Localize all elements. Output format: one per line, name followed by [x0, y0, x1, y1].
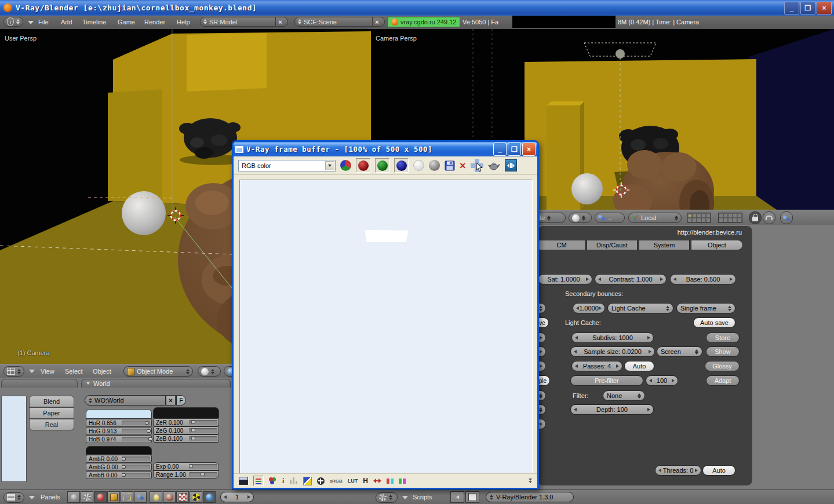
tab-cm[interactable]: CM	[538, 240, 585, 250]
alpha-channel-button[interactable]	[413, 160, 424, 171]
render-preview-button[interactable]	[780, 211, 793, 224]
snap-button[interactable]	[763, 211, 775, 224]
filter-dropdown[interactable]: None	[603, 390, 645, 401]
red-channel-button[interactable]	[356, 158, 370, 173]
threads-field[interactable]: Threads: 0	[655, 465, 701, 476]
header-menu-arrow-icon[interactable]	[28, 21, 34, 24]
auto-save-button[interactable]: Auto save	[693, 317, 735, 328]
increment-arrow[interactable]	[660, 277, 663, 281]
world-panel-header[interactable]: World	[81, 379, 231, 388]
radiosity-subcontext-button[interactable]	[190, 491, 202, 503]
scene-selector[interactable]: SCE:Scene ×	[294, 17, 385, 27]
passes-field[interactable]: Passes: 4	[571, 361, 622, 371]
passes-auto-button[interactable]: Auto	[624, 361, 654, 371]
expand-toolbar-button[interactable]	[529, 479, 532, 483]
channel-select-combo[interactable]: RGB color	[238, 160, 336, 171]
color-channels-button[interactable]	[269, 477, 273, 481]
combo-arrow-button[interactable]	[325, 161, 334, 170]
scale-dropdown[interactable]: Screen	[657, 346, 702, 357]
track-mouse-button[interactable]	[471, 159, 483, 172]
stereo-green-magenta-button[interactable]	[399, 479, 406, 484]
mode-dropdown-partial[interactable]: de	[534, 213, 566, 223]
duplicate-to-host-button[interactable]	[505, 159, 517, 171]
color-settings-button[interactable]	[317, 477, 325, 485]
compare-button[interactable]	[373, 479, 381, 483]
depth-field[interactable]: Depth: 100	[570, 404, 654, 415]
contrast-field[interactable]: Contrast: 1.000	[595, 274, 667, 284]
exp-slider[interactable]: Exp 0.00	[153, 462, 219, 470]
layers-grid-1[interactable]	[687, 213, 711, 223]
horizon-color-swatch[interactable]	[86, 409, 152, 419]
pixel-info-button[interactable]	[253, 476, 264, 486]
header-menu-arrow-icon[interactable]	[402, 496, 408, 499]
preview-panel-header[interactable]	[1, 379, 78, 388]
close-button[interactable]: ×	[817, 2, 832, 14]
screenshot-button[interactable]	[450, 491, 464, 503]
subdivs-field[interactable]: Subdivs: 1000	[571, 333, 654, 343]
draw-mode-button[interactable]	[569, 213, 592, 223]
mono-channel-button[interactable]	[429, 160, 440, 171]
tab-system[interactable]: System	[639, 240, 690, 250]
vfb-maximize-button[interactable]: ❐	[508, 143, 521, 156]
layers-grid-2[interactable]	[718, 213, 742, 223]
increment-arrow[interactable]	[730, 277, 733, 281]
srgb-button[interactable]: sRGB	[330, 479, 343, 484]
header-menu-arrow-icon[interactable]	[29, 370, 35, 373]
clear-image-button[interactable]: ×	[460, 160, 466, 171]
store-button[interactable]: Store	[706, 333, 740, 343]
render-last-button[interactable]	[488, 161, 500, 170]
scripts-editor-type-button[interactable]	[376, 492, 398, 503]
mode-dropdown[interactable]: Object Mode	[123, 366, 193, 377]
scene-delete-icon[interactable]: ×	[372, 17, 381, 26]
menu-view[interactable]: View	[41, 364, 54, 378]
zenith-color-swatch[interactable]	[153, 407, 219, 418]
prefilter-samples-field[interactable]: 100	[646, 375, 678, 386]
gi-frame-dropdown[interactable]: Single frame	[676, 303, 735, 313]
curves-button[interactable]	[303, 477, 312, 485]
increment-arrow[interactable]	[672, 379, 675, 382]
lut-button[interactable]: LUT	[348, 478, 358, 484]
info-button[interactable]: i	[282, 476, 285, 485]
show-button[interactable]: Show	[706, 346, 740, 357]
vray-frame-buffer-window[interactable]: V-Ray frame buffer - [100% of 500 x 500]…	[232, 140, 539, 490]
increment-arrow[interactable]	[695, 469, 698, 472]
editor-type-button[interactable]	[3, 492, 24, 503]
scene-context-button[interactable]	[134, 491, 147, 503]
sample-size-field[interactable]: Sample size: 0.0200	[570, 346, 655, 357]
blue-channel-button[interactable]	[394, 158, 409, 173]
rgb-channels-button[interactable]	[340, 160, 351, 171]
tab-object[interactable]: Object	[691, 240, 743, 250]
hog-slider[interactable]: HoG 0.913	[86, 427, 152, 435]
save-image-button[interactable]	[445, 160, 455, 171]
world-datablock-selector[interactable]: WO:World	[85, 395, 166, 406]
panel-collapse-icon[interactable]	[86, 382, 90, 385]
menu-file[interactable]: File	[38, 16, 49, 29]
menu-select[interactable]: Select	[65, 364, 83, 378]
minimize-button[interactable]: _	[784, 2, 799, 14]
object-context-button[interactable]	[107, 491, 120, 503]
stereo-red-cyan-button[interactable]	[387, 479, 394, 484]
material-subcontext-button[interactable]	[163, 491, 176, 503]
levels-button[interactable]	[290, 477, 298, 484]
zer-slider[interactable]: ZeR 0.100	[153, 418, 219, 426]
adapt-button[interactable]: Adapt	[706, 375, 740, 386]
logic-context-button[interactable]	[67, 491, 80, 503]
window-type-button[interactable]: i	[3, 17, 23, 27]
ambr-slider[interactable]: AmbR 0.00	[86, 455, 152, 463]
screen-selector[interactable]: SR:Model ×	[200, 17, 288, 27]
menu-render[interactable]: Render	[144, 16, 165, 29]
histogram-button[interactable]: H	[363, 477, 368, 485]
hob-slider[interactable]: HoB 0.974	[86, 435, 152, 443]
base-field[interactable]: Base: 0.500	[670, 274, 736, 284]
texture-subcontext-button[interactable]	[176, 491, 189, 503]
lock-layers-button[interactable]	[749, 211, 762, 224]
gi-multiplier-field[interactable]: 1.0000	[573, 303, 605, 313]
script-context-button[interactable]	[81, 491, 93, 503]
hor-slider[interactable]: HoR 0.856	[86, 419, 152, 427]
editor-type-button[interactable]	[3, 366, 24, 377]
shading-context-button[interactable]	[94, 491, 107, 503]
range-slider[interactable]: Range 1.00	[153, 470, 219, 479]
zeb-slider[interactable]: ZeB 0.100	[153, 434, 219, 443]
increment-arrow[interactable]	[647, 408, 650, 411]
zeg-slider[interactable]: ZeG 0.100	[153, 426, 219, 434]
